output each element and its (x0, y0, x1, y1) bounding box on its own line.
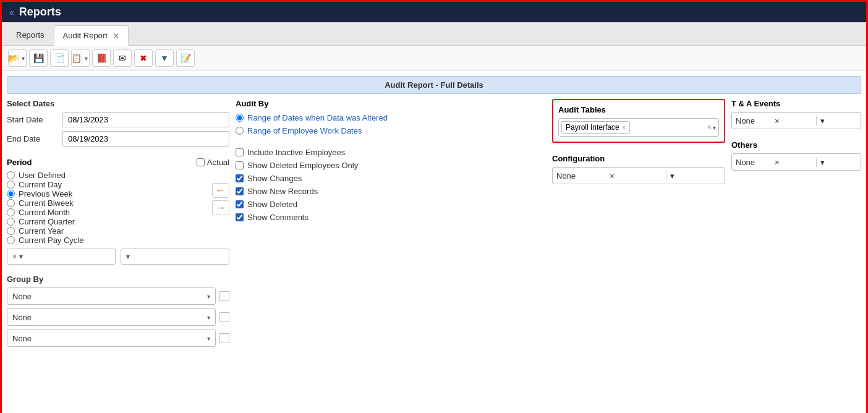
ta-events-title: T & A Events (731, 99, 861, 108)
start-date-input[interactable] (62, 112, 229, 127)
notes-button[interactable]: 📝 (176, 49, 195, 67)
configuration-clear-icon[interactable]: × (610, 171, 660, 181)
save-button[interactable]: 💾 (29, 49, 48, 67)
period-radio-current-day[interactable] (7, 181, 15, 189)
period-radio-previous-week[interactable] (7, 190, 15, 198)
show-changes-checkbox[interactable] (236, 174, 244, 182)
configuration-title: Configuration (552, 154, 725, 163)
ta-events-arrow-icon[interactable]: ▾ (816, 116, 857, 126)
notes-icon: 📝 (181, 53, 191, 63)
period-title: Period (7, 158, 32, 167)
period-radio-user-defined[interactable] (7, 171, 15, 179)
period-dropdown-top[interactable]: × ▾ (7, 249, 116, 265)
period-dropdown-bottom[interactable]: ▾ (121, 249, 229, 265)
period-label-current-month: Current Month (19, 208, 70, 217)
audit-tables-input[interactable]: Payroll Interface × × ▾ (558, 118, 719, 137)
right-column: T & A Events None × ▾ Others None × ▾ (731, 99, 861, 410)
folder-icon: 📂 (8, 53, 19, 63)
audit-tables-dropdown-arrow[interactable]: ▾ (713, 124, 716, 131)
period-label-user-defined: User Defined (19, 171, 66, 180)
show-new-records-label: Show New Records (247, 187, 318, 196)
group-by-check-1[interactable] (219, 291, 229, 301)
pdf-icon: 📕 (96, 53, 107, 63)
period-radio-current-biweek[interactable] (7, 199, 15, 207)
tab-audit-report[interactable]: Audit Report ✕ (54, 25, 129, 46)
filter-button[interactable]: ▼ (155, 49, 174, 67)
show-deleted-only-label: Show Deleted Employees Only (247, 161, 358, 170)
pdf-button[interactable]: 📕 (92, 49, 111, 67)
show-comments-checkbox[interactable] (236, 213, 244, 221)
period-label-current-year: Current Year (19, 226, 64, 236)
others-arrow-icon[interactable]: ▾ (816, 158, 857, 167)
period-radio-current-year[interactable] (7, 227, 15, 235)
period-back-button[interactable]: ← (212, 183, 229, 198)
ta-events-dropdown[interactable]: None × ▾ (731, 112, 861, 129)
period-section: Period Actual User Defined (7, 158, 229, 265)
period-forward-button[interactable]: → (212, 200, 229, 215)
toolbar: 📂 ▾ 💾 📄 📋 ▾ 📕 ✉ ✖ ▼ 📝 (2, 46, 866, 71)
audit-tables-section: Audit Tables Payroll Interface × × ▾ (552, 99, 725, 143)
show-new-records-checkbox[interactable] (236, 187, 244, 195)
back-chevron[interactable]: « (9, 7, 14, 17)
export-button[interactable]: 📋 ▾ (71, 49, 90, 67)
delete-button[interactable]: ✖ (134, 49, 153, 67)
period-radio-current-pay-cycle[interactable] (7, 236, 15, 244)
open-button[interactable]: 📂 ▾ (8, 49, 27, 67)
group-by-check-3[interactable] (219, 333, 229, 343)
include-inactive-checkbox[interactable] (236, 148, 244, 156)
end-date-input[interactable] (62, 131, 229, 147)
others-section: Others None × ▾ (731, 140, 861, 171)
export-dropdown-arrow[interactable]: ▾ (82, 50, 90, 66)
audit-by-radio-work[interactable] (236, 127, 244, 135)
group-by-value-2: None (12, 313, 32, 322)
period-clear-icon[interactable]: × (12, 252, 17, 261)
show-deleted-label: Show Deleted (247, 200, 297, 209)
others-value: None (736, 158, 772, 167)
group-by-arrow-1: ▾ (207, 293, 210, 300)
end-date-label: End Date (7, 134, 62, 143)
page-icon: 📄 (54, 53, 65, 63)
group-by-check-2[interactable] (219, 312, 229, 322)
audit-table-tag-close[interactable]: × (622, 124, 626, 131)
group-by-value-3: None (12, 334, 32, 343)
group-by-select-1[interactable]: None ▾ (7, 287, 216, 305)
configuration-dropdown[interactable]: None × ▾ (552, 167, 725, 184)
checkbox-group: Include Inactive Employees Show Deleted … (236, 148, 546, 222)
page-button[interactable]: 📄 (50, 49, 69, 67)
others-dropdown[interactable]: None × ▾ (731, 153, 861, 171)
show-deleted-only-checkbox[interactable] (236, 161, 244, 169)
ta-events-value: None (736, 116, 772, 126)
tab-reports[interactable]: Reports (7, 25, 54, 45)
group-by-select-2[interactable]: None ▾ (7, 309, 216, 326)
audit-by-label-work: Range of Employee Work Dates (247, 126, 362, 135)
tag-input-controls: × ▾ (707, 123, 716, 132)
open-dropdown-arrow[interactable]: ▾ (19, 50, 27, 66)
audit-by-radio-altered[interactable] (236, 114, 244, 122)
email-button[interactable]: ✉ (113, 49, 132, 67)
period-dropdown-arrow2[interactable]: ▾ (126, 252, 130, 261)
audit-table-tag: Payroll Interface × (561, 121, 630, 134)
actual-checkbox[interactable] (197, 158, 205, 166)
configuration-section: Configuration None × ▾ (552, 154, 725, 184)
configuration-arrow-icon[interactable]: ▾ (666, 171, 721, 181)
audit-tables-clear-icon[interactable]: × (707, 123, 712, 132)
group-by-arrow-3: ▾ (207, 335, 210, 342)
start-date-label: Start Date (7, 115, 62, 124)
select-dates-title: Select Dates (7, 99, 229, 108)
show-deleted-checkbox[interactable] (236, 200, 244, 208)
period-radio-current-quarter[interactable] (7, 218, 15, 226)
email-icon: ✉ (119, 53, 126, 63)
tab-close-icon[interactable]: ✕ (113, 32, 119, 40)
period-radio-current-month[interactable] (7, 208, 15, 216)
audit-by-label-altered: Range of Dates when Data was Altered (247, 113, 388, 122)
left-panel: Select Dates Start Date End Date Period … (7, 99, 229, 410)
period-dropdown-arrow[interactable]: ▾ (19, 252, 23, 261)
audit-table-tag-label: Payroll Interface (566, 123, 619, 132)
show-changes-label: Show Changes (247, 174, 302, 183)
period-label-current-biweek: Current Biweek (19, 198, 74, 208)
others-clear-icon[interactable]: × (775, 158, 811, 167)
ta-events-clear-icon[interactable]: × (775, 116, 811, 126)
middle-panel: Audit By Range of Dates when Data was Al… (236, 99, 546, 410)
group-by-select-3[interactable]: None ▾ (7, 330, 216, 347)
select-dates-section: Select Dates Start Date End Date (7, 99, 229, 150)
